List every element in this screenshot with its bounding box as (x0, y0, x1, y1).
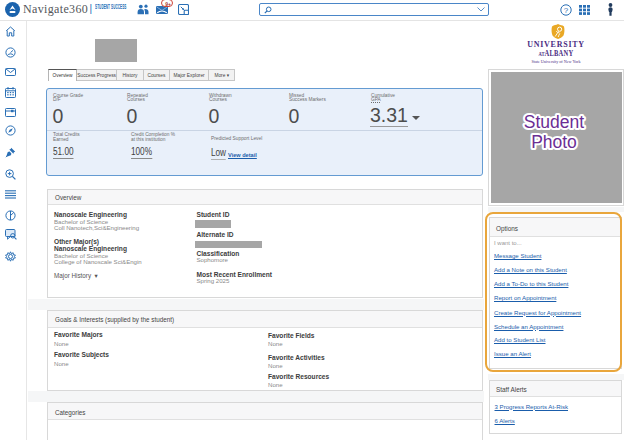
svg-text:?: ? (564, 6, 569, 15)
svg-text:Student: Student (524, 112, 584, 132)
svg-text:Photo: Photo (531, 132, 577, 152)
